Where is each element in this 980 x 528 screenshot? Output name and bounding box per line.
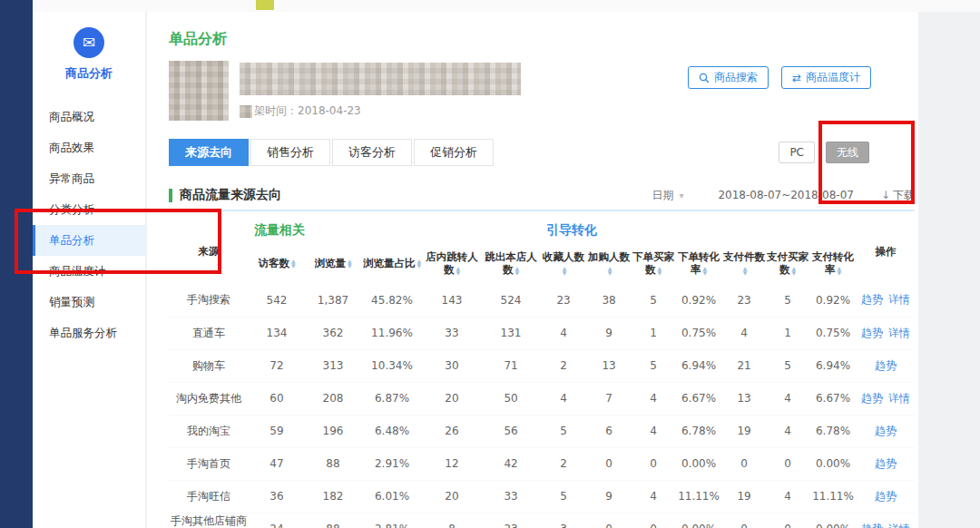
column-header-2[interactable]: 浏览量占比▲▼ xyxy=(361,242,423,284)
cell-value: 9 xyxy=(586,317,632,349)
product-search-label: 商品搜索 xyxy=(714,70,758,85)
sort-icon[interactable]: ▲▼ xyxy=(791,266,796,275)
column-header-0[interactable]: 访客数▲▼ xyxy=(249,242,305,284)
column-label: 支付买家数 xyxy=(767,250,808,276)
chevron-down-icon[interactable]: ▾ xyxy=(679,191,683,200)
cell-value: 23 xyxy=(541,284,586,317)
cell-value: 0.00% xyxy=(675,513,722,528)
sort-icon[interactable]: ▲▼ xyxy=(563,266,567,275)
cell-value: 196 xyxy=(305,415,361,447)
sidebar-item-3[interactable]: 分类分析 xyxy=(33,194,145,225)
column-header-10[interactable]: 支付买家数▲▼ xyxy=(766,242,809,284)
action-link[interactable]: 趋势 xyxy=(875,457,897,470)
cell-actions: 趋势 xyxy=(857,447,915,480)
cell-value: 4 xyxy=(632,480,675,513)
column-label: 支付转化率 xyxy=(812,250,854,276)
sidebar-logo: ✉ 商品分析 xyxy=(33,12,145,93)
sidebar-item-0[interactable]: 商品概况 xyxy=(33,102,145,132)
cell-value: 33 xyxy=(423,317,481,349)
product-search-button[interactable]: 商品搜索 xyxy=(688,66,769,89)
cell-value: 4 xyxy=(766,382,809,415)
action-link[interactable]: 详情 xyxy=(888,392,910,405)
column-header-8[interactable]: 下单转化率▲▼ xyxy=(675,242,722,284)
action-link[interactable]: 趋势 xyxy=(875,425,897,437)
action-link[interactable]: 趋势 xyxy=(861,523,883,528)
cell-value: 4 xyxy=(766,480,809,513)
sort-icon[interactable]: ▲▼ xyxy=(514,266,519,275)
sort-icon[interactable]: ▲▼ xyxy=(837,266,841,275)
sort-icon[interactable]: ▲▼ xyxy=(702,266,707,275)
device-button-0[interactable]: PC xyxy=(779,142,815,163)
date-range-value[interactable]: 2018-08-07~2018-08-07 xyxy=(718,189,854,201)
column-header-3[interactable]: 店内跳转人数▲▼ xyxy=(423,242,481,284)
column-header-1[interactable]: 浏览量▲▼ xyxy=(305,242,361,284)
action-link[interactable]: 详情 xyxy=(888,327,910,339)
action-link[interactable]: 详情 xyxy=(888,523,910,528)
cell-actions: 趋势详情 xyxy=(857,513,915,528)
action-link[interactable]: 趋势 xyxy=(875,359,897,372)
sort-icon[interactable]: ▲▼ xyxy=(743,266,748,275)
cell-value: 1,387 xyxy=(305,284,361,317)
cell-value: 0.75% xyxy=(675,317,722,349)
cell-value: 10.34% xyxy=(361,349,423,382)
cell-actions: 趋势 xyxy=(857,415,915,447)
cell-source: 手淘首页 xyxy=(169,447,249,480)
cell-value: 0.92% xyxy=(809,284,857,317)
column-header-9[interactable]: 支付件数▲▼ xyxy=(722,242,766,284)
device-toggle: PC无线 xyxy=(779,142,869,163)
sort-icon[interactable]: ▲▼ xyxy=(291,259,296,268)
download-icon: ↓ xyxy=(881,189,890,201)
cell-value: 4 xyxy=(632,382,675,415)
sidebar-item-4[interactable]: 单品分析 xyxy=(33,225,145,256)
cell-value: 21 xyxy=(722,349,766,382)
device-button-1[interactable]: 无线 xyxy=(826,142,869,163)
tab-2[interactable]: 访客分析 xyxy=(332,139,412,166)
page-title: 单品分析 xyxy=(169,30,918,49)
sidebar-item-2[interactable]: 异常商品 xyxy=(33,163,145,194)
cell-value: 0.00% xyxy=(809,447,857,480)
sidebar-item-1[interactable]: 商品效果 xyxy=(33,132,145,163)
cell-value: 6.94% xyxy=(809,349,857,382)
date-filter-label[interactable]: 日期 xyxy=(652,188,673,203)
cell-value: 19 xyxy=(722,480,766,513)
sidebar-item-7[interactable]: 单品服务分析 xyxy=(33,318,145,348)
cell-value: 0 xyxy=(722,513,766,528)
action-link[interactable]: 趋势 xyxy=(875,490,897,503)
cell-value: 26 xyxy=(423,415,481,447)
column-header-6[interactable]: 加购人数▲▼ xyxy=(586,242,632,284)
column-header-5[interactable]: 收藏人数▲▼ xyxy=(541,242,586,284)
main-content: 单品分析 架时间：2018-04-23 商品搜索 ⇄ 商品温度计 来源去向销售分… xyxy=(147,12,918,528)
cell-value: 0 xyxy=(586,447,632,480)
action-link[interactable]: 趋势 xyxy=(861,327,883,339)
sort-icon[interactable]: ▲▼ xyxy=(456,266,460,275)
download-button[interactable]: ↓ 下载 xyxy=(881,188,915,203)
action-link[interactable]: 趋势 xyxy=(861,392,883,405)
column-actions: 操作 xyxy=(857,219,915,284)
cell-value: 313 xyxy=(305,349,361,382)
sort-icon[interactable]: ▲▼ xyxy=(348,259,352,268)
sort-icon[interactable]: ▲▼ xyxy=(416,259,421,268)
section-accent-bar xyxy=(169,189,172,202)
cell-source: 购物车 xyxy=(169,349,249,382)
action-link[interactable]: 趋势 xyxy=(861,293,883,306)
sidebar-menu: 商品概况商品效果异常商品分类分析单品分析商品温度计销量预测单品服务分析 xyxy=(33,102,145,348)
column-label: 下单转化率 xyxy=(678,250,720,276)
column-header-4[interactable]: 跳出本店人数▲▼ xyxy=(481,242,541,284)
sort-icon[interactable]: ▲▼ xyxy=(608,266,612,275)
sidebar-item-5[interactable]: 商品温度计 xyxy=(33,256,145,287)
cell-value: 0 xyxy=(586,513,632,528)
table-row: 手淘旺信361826.01%203359411.11%19411.11%趋势 xyxy=(169,480,915,513)
tab-3[interactable]: 促销分析 xyxy=(414,139,494,166)
sort-icon[interactable]: ▲▼ xyxy=(657,266,662,275)
action-link[interactable]: 详情 xyxy=(888,293,910,306)
column-header-7[interactable]: 下单买家数▲▼ xyxy=(632,242,675,284)
cell-value: 524 xyxy=(481,284,541,317)
tab-1[interactable]: 销售分析 xyxy=(250,139,330,166)
product-thermometer-button[interactable]: ⇄ 商品温度计 xyxy=(781,66,871,89)
tab-0[interactable]: 来源去向 xyxy=(169,139,249,166)
sidebar-item-6[interactable]: 销量预测 xyxy=(33,287,145,318)
cell-value: 6.01% xyxy=(361,480,423,513)
cell-value: 72 xyxy=(249,349,305,382)
column-header-11[interactable]: 支付转化率▲▼ xyxy=(809,242,857,284)
table-row: 我的淘宝591966.48%26565646.78%1946.78%趋势 xyxy=(169,415,915,447)
